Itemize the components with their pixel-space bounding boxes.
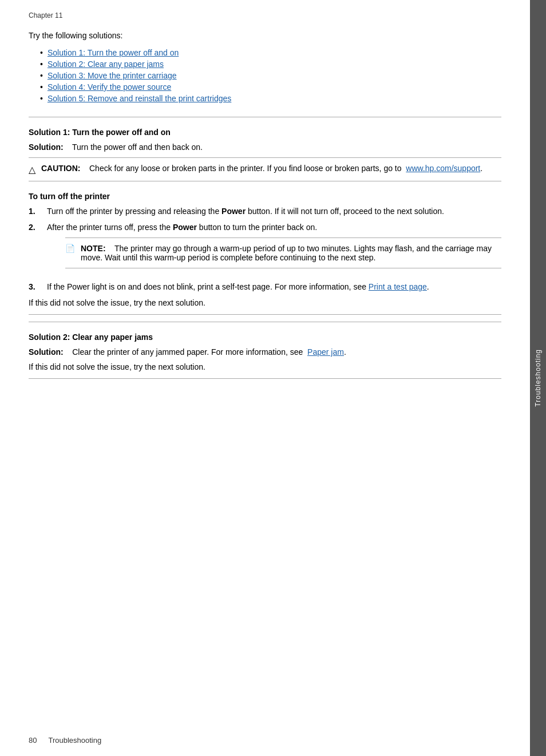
solution-label: Solution: bbox=[29, 143, 64, 152]
footer-section-label: Troubleshooting bbox=[48, 736, 101, 745]
step2: 2. After the printer turns off, press th… bbox=[29, 223, 501, 275]
caution-box: △ CAUTION: Check for any loose or broken… bbox=[29, 157, 501, 181]
solutions-list: Solution 1: Turn the power off and on So… bbox=[40, 48, 501, 103]
solution-text: Turn the power off and then back on. bbox=[72, 143, 203, 152]
section1: Solution 1: Turn the power off and on So… bbox=[29, 128, 501, 307]
intro-text: Try the following solutions: bbox=[29, 31, 501, 40]
chapter-header: Chapter 11 bbox=[29, 11, 501, 19]
solution4-link[interactable]: Solution 4: Verify the power source bbox=[48, 82, 171, 92]
section2-solution: Solution: Clear the printer of any jamme… bbox=[29, 347, 501, 357]
note-box: 📄 NOTE: The printer may go through a war… bbox=[65, 238, 501, 268]
note-body: The printer may go through a warm-up per… bbox=[81, 244, 492, 262]
section2: Solution 2: Clear any paper jams Solutio… bbox=[29, 333, 501, 371]
step1-text: Turn off the printer by pressing and rel… bbox=[47, 207, 444, 216]
section1-solution: Solution: Turn the power off and then ba… bbox=[29, 143, 501, 152]
list-item[interactable]: Solution 5: Remove and reinstall the pri… bbox=[40, 94, 501, 103]
note-label: NOTE: bbox=[81, 244, 106, 253]
divider-between bbox=[29, 314, 501, 315]
steps-list: 1. Turn off the printer by pressing and … bbox=[29, 207, 501, 291]
section1-title: Solution 1: Turn the power off and on bbox=[29, 128, 501, 137]
section2-title: Solution 2: Clear any paper jams bbox=[29, 333, 501, 342]
section1-if-not-solved: If this did not solve the issue, try the… bbox=[29, 298, 501, 307]
divider-top-s1 bbox=[29, 117, 501, 117]
solution5-link[interactable]: Solution 5: Remove and reinstall the pri… bbox=[48, 94, 231, 103]
divider-bottom bbox=[29, 378, 501, 379]
solution2-label: Solution: bbox=[29, 347, 64, 357]
caution-suffix: . bbox=[480, 164, 482, 173]
solution2-suffix: . bbox=[344, 347, 346, 357]
step3-num: 3. bbox=[29, 282, 40, 291]
step2-text: After the printer turns off, press the P… bbox=[47, 223, 501, 275]
step2-num: 2. bbox=[29, 223, 40, 232]
footer-page-number: 80 bbox=[29, 736, 37, 745]
caution-icon: △ bbox=[29, 164, 35, 175]
side-tab-label: Troubleshooting bbox=[534, 349, 542, 407]
step1: 1. Turn off the printer by pressing and … bbox=[29, 207, 501, 216]
paper-jam-link[interactable]: Paper jam bbox=[307, 347, 344, 357]
test-page-link[interactable]: Print a test page bbox=[369, 282, 427, 291]
subsection-title: To turn off the printer bbox=[29, 192, 501, 201]
list-item[interactable]: Solution 4: Verify the power source bbox=[40, 82, 501, 92]
footer: 80 Troubleshooting bbox=[29, 736, 101, 745]
caution-text: CAUTION: Check for any loose or broken p… bbox=[41, 164, 482, 173]
note-icon: 📄 bbox=[65, 244, 75, 253]
caution-label: CAUTION: bbox=[41, 164, 80, 173]
step3-text: If the Power light is on and does not bl… bbox=[47, 282, 429, 291]
note-text-content: NOTE: The printer may go through a warm-… bbox=[81, 244, 501, 262]
list-item[interactable]: Solution 1: Turn the power off and on bbox=[40, 48, 501, 57]
side-tab: Troubleshooting bbox=[530, 0, 546, 756]
list-item[interactable]: Solution 2: Clear any paper jams bbox=[40, 60, 501, 69]
divider-between2 bbox=[29, 322, 501, 322]
solution3-link[interactable]: Solution 3: Move the printer carriage bbox=[48, 71, 177, 80]
solution1-link[interactable]: Solution 1: Turn the power off and on bbox=[48, 48, 179, 57]
step1-num: 1. bbox=[29, 207, 40, 216]
step3: 3. If the Power light is on and does not… bbox=[29, 282, 501, 291]
list-item[interactable]: Solution 3: Move the printer carriage bbox=[40, 71, 501, 80]
caution-link[interactable]: www.hp.com/support bbox=[406, 164, 480, 173]
section2-if-not-solved: If this did not solve the issue, try the… bbox=[29, 362, 501, 371]
solution2-link[interactable]: Solution 2: Clear any paper jams bbox=[48, 60, 164, 69]
solution2-text: Clear the printer of any jammed paper. F… bbox=[72, 347, 303, 357]
caution-body: Check for any loose or broken parts in t… bbox=[89, 164, 402, 173]
